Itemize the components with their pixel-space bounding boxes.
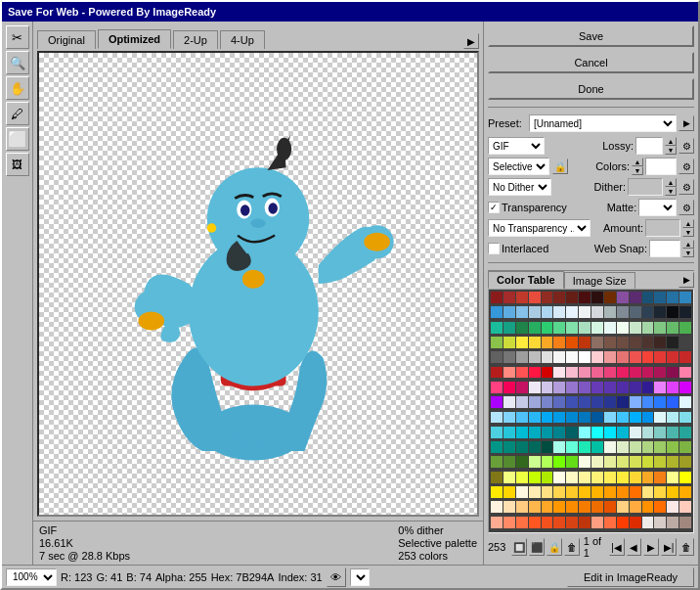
color-cell[interactable] <box>617 517 629 528</box>
color-cell[interactable] <box>679 382 691 393</box>
color-cell[interactable] <box>529 382 541 393</box>
color-cell[interactable] <box>630 501 641 513</box>
hand-tool[interactable]: ✋ <box>6 76 29 100</box>
color-cell[interactable] <box>516 306 528 318</box>
color-cell[interactable] <box>617 337 629 348</box>
color-cell[interactable] <box>617 441 629 453</box>
color-cell[interactable] <box>579 367 591 379</box>
color-cell[interactable] <box>503 292 515 303</box>
color-cell[interactable] <box>617 486 629 498</box>
color-cell[interactable] <box>667 517 678 528</box>
color-cell[interactable] <box>642 501 654 513</box>
color-cell[interactable] <box>491 501 503 513</box>
color-cell[interactable] <box>630 292 641 303</box>
color-cell[interactable] <box>591 412 603 424</box>
color-cell[interactable] <box>553 351 565 363</box>
color-cell[interactable] <box>630 396 641 408</box>
color-cell[interactable] <box>529 501 541 513</box>
color-cell[interactable] <box>617 382 629 393</box>
color-cell[interactable] <box>630 382 641 393</box>
color-cell[interactable] <box>491 486 503 498</box>
color-cell[interactable] <box>654 337 666 348</box>
color-cell[interactable] <box>529 412 541 424</box>
palette-select[interactable]: Selective <box>488 158 549 175</box>
color-cell[interactable] <box>604 306 616 318</box>
color-cell[interactable] <box>591 306 603 318</box>
color-cell[interactable] <box>591 427 603 438</box>
lossy-input[interactable]: 0 <box>635 137 663 155</box>
color-cell[interactable] <box>503 441 515 453</box>
color-cell[interactable] <box>491 517 503 528</box>
color-cell[interactable] <box>617 351 629 363</box>
color-cell[interactable] <box>617 427 629 438</box>
color-cell[interactable] <box>667 322 678 334</box>
color-cell[interactable] <box>630 472 641 483</box>
color-cell[interactable] <box>642 412 654 424</box>
color-cell[interactable] <box>579 486 591 498</box>
websnap-down[interactable]: ▼ <box>682 249 694 257</box>
color-cell[interactable] <box>642 322 654 334</box>
lossy-up[interactable]: ▲ <box>665 137 677 146</box>
color-cell[interactable] <box>667 306 678 318</box>
color-cell[interactable] <box>654 517 666 528</box>
color-cell[interactable] <box>503 306 515 318</box>
color-cell[interactable] <box>566 382 578 393</box>
color-cell[interactable] <box>630 456 641 468</box>
color-cell[interactable] <box>642 306 654 318</box>
color-cell[interactable] <box>553 427 565 438</box>
preset-nav-button[interactable]: ▶ <box>678 115 694 131</box>
ct-new-color[interactable]: 🔲 <box>511 538 527 556</box>
lossy-down[interactable]: ▼ <box>665 146 677 155</box>
ct-lock[interactable]: 🔒 <box>547 538 562 556</box>
color-cell[interactable] <box>679 501 691 513</box>
color-cell[interactable] <box>642 367 654 379</box>
color-cell[interactable] <box>679 517 691 528</box>
color-cell[interactable] <box>679 322 691 334</box>
color-cell[interactable] <box>604 441 616 453</box>
color-cell[interactable] <box>503 337 515 348</box>
color-cell[interactable] <box>503 412 515 424</box>
color-cell[interactable] <box>566 292 578 303</box>
color-cell[interactable] <box>679 456 691 468</box>
color-cell[interactable] <box>491 306 503 318</box>
color-cell[interactable] <box>542 427 553 438</box>
color-cell[interactable] <box>516 412 528 424</box>
ct-trash[interactable]: 🗑 <box>678 538 694 556</box>
color-cell[interactable] <box>642 292 654 303</box>
color-cell[interactable] <box>542 306 553 318</box>
dither-up[interactable]: ▲ <box>665 178 677 187</box>
color-cell[interactable] <box>667 427 678 438</box>
color-cell[interactable] <box>667 351 678 363</box>
color-cell[interactable] <box>591 486 603 498</box>
color-cell[interactable] <box>529 396 541 408</box>
color-cell[interactable] <box>579 427 591 438</box>
color-cell[interactable] <box>604 472 616 483</box>
color-cell[interactable] <box>667 441 678 453</box>
color-cell[interactable] <box>630 517 641 528</box>
color-cell[interactable] <box>654 382 666 393</box>
color-cell[interactable] <box>630 306 641 318</box>
tab-optimized[interactable]: Optimized <box>98 29 171 49</box>
color-cell[interactable] <box>542 351 553 363</box>
color-cell[interactable] <box>679 396 691 408</box>
color-cell[interactable] <box>503 322 515 334</box>
color-cell[interactable] <box>503 382 515 393</box>
color-cell[interactable] <box>553 382 565 393</box>
color-cell[interactable] <box>591 382 603 393</box>
color-cell[interactable] <box>617 292 629 303</box>
palette-lock[interactable]: 🔒 <box>552 159 568 174</box>
dither-select[interactable]: No Dither <box>488 178 551 196</box>
color-cell[interactable] <box>579 501 591 513</box>
tab-2up[interactable]: 2-Up <box>173 30 218 49</box>
color-cell[interactable] <box>591 292 603 303</box>
ct-first[interactable]: |◀ <box>609 538 625 556</box>
ct-prev[interactable]: ◀ <box>627 538 642 556</box>
save-button[interactable]: Save <box>488 25 694 47</box>
tab-color-table[interactable]: Color Table <box>488 271 564 289</box>
color-cell[interactable] <box>579 351 591 363</box>
tab-image-size[interactable]: Image Size <box>564 272 635 289</box>
color-cell[interactable] <box>679 337 691 348</box>
color-cell[interactable] <box>667 486 678 498</box>
color-cell[interactable] <box>529 337 541 348</box>
color-cell[interactable] <box>566 337 578 348</box>
